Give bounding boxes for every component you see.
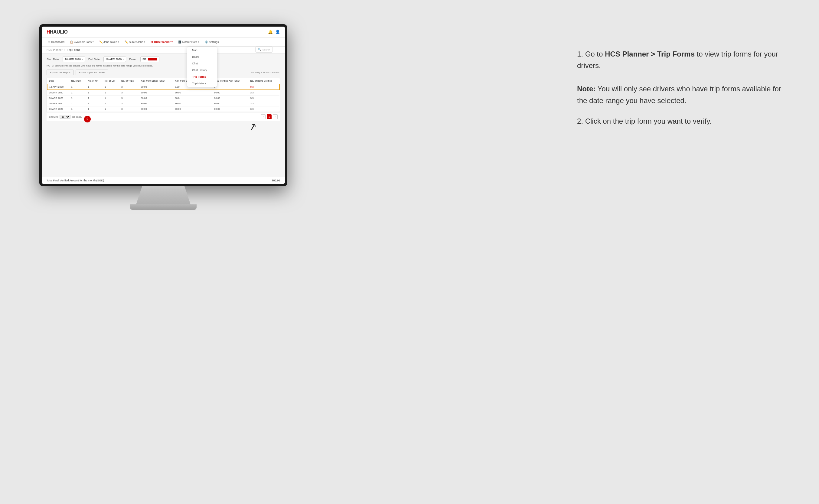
nav-jobs-taken-label: Jobs Taken bbox=[103, 41, 117, 44]
showing-entries-text: Showing 1 to 5 of 5 entries. bbox=[251, 71, 280, 74]
footer-label: Total Final Verified Amount for the mont… bbox=[47, 179, 104, 182]
dashboard-icon: ⊞ bbox=[48, 41, 50, 44]
cell-40: 1 bbox=[86, 84, 103, 90]
bell-icon[interactable]: 🔔 bbox=[268, 30, 273, 34]
cell-lc: 1 bbox=[103, 106, 119, 112]
settings-icon: ⚙️ bbox=[205, 41, 208, 44]
master-data-icon: 🗄️ bbox=[178, 41, 181, 44]
cell-lc: 1 bbox=[103, 90, 119, 96]
step1-bold: HCS Planner > Trip Forms bbox=[605, 50, 695, 58]
start-date-input[interactable]: 16 APR 2020 ▾ bbox=[63, 57, 85, 62]
export-csv-button[interactable]: Export CSV Report bbox=[47, 70, 74, 75]
per-page-select[interactable]: 10 25 50 bbox=[60, 115, 70, 119]
dropdown-map[interactable]: Map bbox=[187, 47, 217, 54]
dropdown-chat-history[interactable]: Chat History bbox=[187, 67, 217, 73]
cell-items-verified: 0/3 bbox=[249, 84, 279, 90]
cell-final-verified: 80.00 bbox=[212, 106, 249, 112]
dropdown-chat[interactable]: Chat bbox=[187, 60, 217, 67]
end-date-input[interactable]: 16 APR 2020 ▾ bbox=[103, 57, 126, 62]
cell-20: 1 bbox=[69, 84, 86, 90]
cell-items-verified: 3/3 bbox=[249, 96, 279, 101]
cell-items-verified: 3/3 bbox=[249, 101, 279, 106]
brand-prefix: H bbox=[47, 29, 50, 34]
driver-label: Driver: bbox=[129, 58, 137, 61]
nav-hcs-planner[interactable]: ⊞ HCS Planner ▾ bbox=[148, 39, 175, 45]
filters-row: Start Date: 16 APR 2020 ▾ End Date: 16 A… bbox=[47, 57, 280, 62]
search-icon: 🔍 bbox=[258, 48, 261, 51]
pagination-showing-label: Showing bbox=[49, 115, 58, 118]
jobs-taken-icon: ✏️ bbox=[99, 41, 103, 44]
cell-trips: 3 bbox=[119, 90, 139, 96]
cell-amt-driver: 80.00 bbox=[139, 84, 173, 90]
hcs-planner-icon: ⊞ bbox=[151, 41, 153, 44]
table-row[interactable]: 16 APR 2020 1 1 1 3 80.00 0.00 0 0/3 bbox=[47, 84, 279, 90]
dropdown-trip-forms[interactable]: Trip Forms bbox=[187, 73, 217, 80]
cell-20: 1 bbox=[69, 101, 86, 106]
col-items-verified: No. of Items Verified bbox=[249, 78, 279, 84]
cell-amt-controller: 80.00 bbox=[173, 106, 212, 112]
cell-date: 16 APR 2020 bbox=[47, 84, 69, 90]
nav-menu: ⊞ Dashboard 📋 Available Jobs ▾ ✏️ Jobs T… bbox=[42, 37, 285, 47]
cell-amt-driver: 80.00 bbox=[139, 90, 173, 96]
cell-trips: 3 bbox=[119, 96, 139, 101]
table-row[interactable]: 16 APR 2020 1 1 1 3 80.00 80.0 80.00 3/3 bbox=[47, 96, 279, 101]
dropdown-trip-history[interactable]: Trip History bbox=[187, 80, 217, 87]
brand-name: HAULIO bbox=[50, 29, 67, 34]
nav-dashboard[interactable]: ⊞ Dashboard bbox=[45, 39, 67, 45]
chevron-down-icon-3: ▾ bbox=[144, 41, 145, 43]
cell-40: 1 bbox=[86, 106, 103, 112]
chevron-down-icon-4: ▾ bbox=[171, 41, 173, 43]
data-table: Date ↕ No. of 20' No. of 40' No. of LC N… bbox=[47, 78, 280, 112]
cell-lc: 1 bbox=[103, 96, 119, 101]
next-page-button[interactable]: › bbox=[273, 114, 278, 119]
end-date-label: End Date: bbox=[88, 58, 100, 61]
step-2-circle: 2 bbox=[84, 116, 91, 122]
nav-settings[interactable]: ⚙️ Settings bbox=[202, 39, 221, 45]
pagination-row: Showing 10 25 50 per page. ‹ 1 bbox=[47, 112, 280, 121]
table-row[interactable]: 16 APR 2020 1 1 1 3 80.00 80.00 80.00 3/… bbox=[47, 90, 279, 96]
nav-available-jobs-label: Available Jobs bbox=[74, 41, 92, 44]
prev-page-button[interactable]: ‹ bbox=[261, 114, 266, 119]
driver-input[interactable]: SF bbox=[140, 57, 160, 62]
per-page-selector: Showing 10 25 50 per page. bbox=[49, 115, 82, 119]
instructions-panel: 1. Go to HCS Planner > Trip Forms to vie… bbox=[577, 48, 783, 136]
col-40: No. of 40' bbox=[86, 78, 103, 84]
cell-date: 16 APR 2020 bbox=[47, 106, 69, 112]
export-trip-button[interactable]: Export Trip Form Details bbox=[76, 70, 108, 75]
page-1-button[interactable]: 1 bbox=[267, 114, 272, 119]
note-label-right: Note: bbox=[577, 85, 595, 93]
monitor-base bbox=[133, 186, 194, 204]
monitor-foot bbox=[130, 204, 197, 210]
breadcrumb-parent[interactable]: HCS Planner bbox=[47, 48, 63, 51]
cell-20: 1 bbox=[69, 106, 86, 112]
nav-hcs-planner-label: HCS Planner bbox=[154, 41, 171, 44]
nav-available-jobs[interactable]: 📋 Available Jobs ▾ bbox=[67, 39, 96, 45]
note-text-right: You will only see drivers who have trip … bbox=[577, 85, 781, 104]
cell-final-verified: 80.00 bbox=[212, 101, 249, 106]
footer-amount: 780.00 bbox=[272, 179, 280, 182]
col-20: No. of 20' bbox=[69, 78, 86, 84]
table-header-row: Date ↕ No. of 20' No. of 40' No. of LC N… bbox=[47, 78, 279, 84]
nav-jobs-taken[interactable]: ✏️ Jobs Taken ▾ bbox=[97, 39, 122, 45]
cell-20: 1 bbox=[69, 90, 86, 96]
dropdown-board[interactable]: Board bbox=[187, 54, 217, 60]
table-row[interactable]: 16 APR 2020 1 1 1 3 80.00 80.00 80.00 3/… bbox=[47, 106, 279, 112]
col-lc: No. of LC bbox=[103, 78, 119, 84]
table-row[interactable]: 16 APR 2020 1 1 1 3 80.00 80.00 80.00 3/… bbox=[47, 101, 279, 106]
col-trips: No. of Trips bbox=[119, 78, 139, 84]
user-icon[interactable]: 👤 bbox=[275, 30, 280, 34]
end-date-arrow: ▾ bbox=[123, 58, 124, 60]
brand-logo: HHAULIO bbox=[47, 29, 67, 35]
navbar-icons: 🔔 👤 bbox=[268, 30, 280, 34]
nav-sublet-jobs[interactable]: ✏️ Sublet Jobs ▾ bbox=[122, 39, 148, 45]
nav-master-data[interactable]: 🗄️ Master Data ▾ bbox=[176, 39, 202, 45]
pagination-nav: ‹ 1 › bbox=[261, 114, 278, 119]
cell-date: 16 APR 2020 bbox=[47, 101, 69, 106]
cell-lc: 1 bbox=[103, 84, 119, 90]
col-amt-driver: Amt from Driver (SGD) bbox=[139, 78, 173, 84]
buttons-row: Export CSV Report Export Trip Form Detai… bbox=[47, 70, 280, 75]
step2-text: Click on the trip form you want to verif… bbox=[585, 117, 712, 125]
per-page-label: per page. bbox=[72, 115, 82, 118]
cell-40: 1 bbox=[86, 90, 103, 96]
cell-lc: 1 bbox=[103, 101, 119, 106]
